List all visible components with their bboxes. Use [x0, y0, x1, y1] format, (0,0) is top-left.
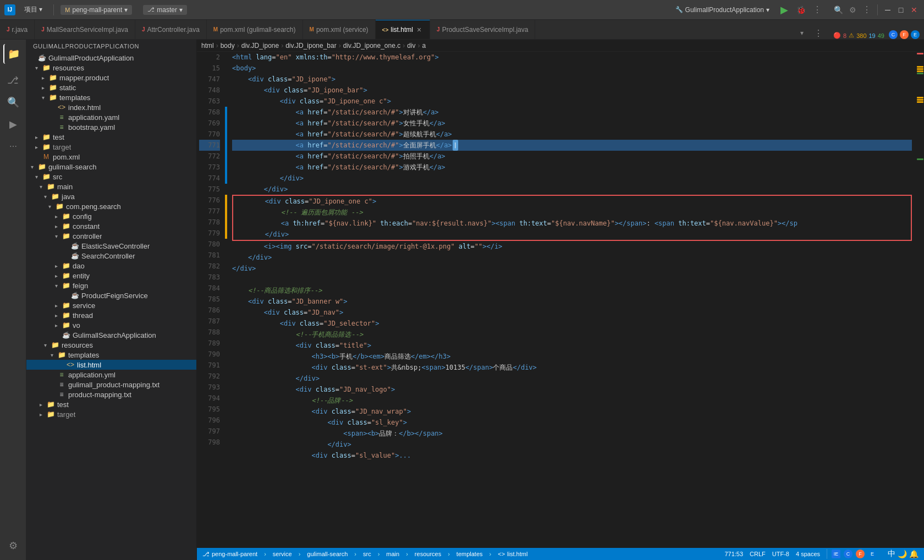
bc-div[interactable]: div	[407, 42, 415, 50]
status-templates[interactable]: templates	[457, 551, 483, 557]
status-branch[interactable]: ⎇ peng-mall-parent	[202, 551, 257, 558]
run-app-selector[interactable]: 🔧 GulimallProductApplication ▾	[671, 5, 774, 15]
tab-r-java[interactable]: J r.java	[0, 20, 35, 39]
status-line-col[interactable]: 771:53	[724, 549, 743, 559]
firefox-status-icon[interactable]: F	[856, 550, 865, 558]
tree-item-src[interactable]: ▾ 📁 src	[26, 172, 196, 182]
tab-attrcontroller[interactable]: J AttrController.java	[135, 20, 207, 39]
tree-item-resources[interactable]: ▾ 📁 resources	[26, 63, 196, 73]
tree-item-bootstrap-yaml[interactable]: ≡ bootstrap.yaml	[26, 122, 196, 132]
tree-item-static[interactable]: ▸ 📁 static	[26, 83, 196, 92]
status-encoding[interactable]: UTF-8	[772, 549, 789, 559]
tree-item-templates[interactable]: ▾ 📁 templates	[26, 92, 196, 102]
bc-divJD_ipone_one_c[interactable]: div.JD_ipone_one.c	[343, 42, 401, 50]
status-service[interactable]: service	[273, 551, 292, 557]
status-file[interactable]: <> list.html	[498, 551, 527, 557]
tab-list-html[interactable]: <> list.html ×	[376, 20, 431, 39]
status-crlf[interactable]: CRLF	[750, 549, 766, 559]
debug-act-button[interactable]: ⋯	[3, 136, 23, 156]
run-button[interactable]: ▶	[778, 4, 790, 16]
tab-mallsearchserviceimpl[interactable]: J MallSearchServiceImpl.java	[35, 20, 135, 39]
search-button[interactable]: 🔍	[832, 4, 844, 16]
tree-item-pom[interactable]: M pom.xml	[26, 152, 196, 162]
tree-item-product-mapping2[interactable]: ≡ product-mapping.txt	[26, 389, 196, 399]
tag-gt: >	[399, 107, 403, 118]
tree-item-target[interactable]: ▸ 📁 target	[26, 142, 196, 152]
tab-productsaveserviceimpl[interactable]: J ProductSaveServiceImpl.java	[430, 20, 535, 39]
project-selector[interactable]: M peng-mall-parent ▾	[61, 5, 132, 15]
settings-button[interactable]: ⚙	[846, 4, 859, 16]
tab-more-button[interactable]: ⋮	[812, 27, 824, 39]
debug-button[interactable]: 🐞	[795, 4, 807, 16]
branch-selector[interactable]: ⎇ master ▾	[143, 5, 187, 15]
tree-item-service[interactable]: ▸ 📁 service	[26, 300, 196, 310]
moon-icon[interactable]: 🌙	[898, 550, 907, 558]
run-act-button[interactable]: ▶	[3, 114, 23, 134]
bc-html[interactable]: html	[201, 42, 214, 50]
status-indent[interactable]: 4 spaces	[796, 549, 820, 559]
chrome-icon[interactable]: C	[889, 30, 898, 39]
tree-item-productfeignservice[interactable]: ☕ ProductFeignService	[26, 290, 196, 300]
tree-item-mapper[interactable]: ▸ 📁 mapper.product	[26, 73, 196, 83]
edge-icon[interactable]: E	[911, 30, 920, 39]
more-run-options[interactable]: ⋮	[811, 4, 823, 16]
maximize-button[interactable]: □	[895, 4, 906, 15]
tree-item-controller[interactable]: ▾ 📁 controller	[26, 231, 196, 241]
tree-item-index-html[interactable]: <> index.html	[26, 102, 196, 112]
status-bar: ⎇ peng-mall-parent › service › gulimall-…	[197, 548, 924, 560]
tree-item-constant[interactable]: ▸ 📁 constant	[26, 221, 196, 231]
more-options[interactable]: ⋮	[861, 4, 873, 16]
bc-body[interactable]: body	[221, 42, 235, 50]
tree-item-com-peng-search[interactable]: ▾ 📁 com.peng.search	[26, 201, 196, 211]
edge-status-icon[interactable]: E	[868, 550, 877, 558]
tree-item-test[interactable]: ▸ 📁 test	[26, 132, 196, 142]
chinese-indicator[interactable]: 中	[888, 549, 895, 559]
tree-item-gulimallproductapp[interactable]: ☕ GulimallProductApplication	[26, 53, 196, 63]
tree-item-gulimall-search[interactable]: ▾ 📁 gulimall-search	[26, 162, 196, 172]
tree-item-vo[interactable]: ▸ 📁 vo	[26, 320, 196, 330]
tree-item-resources2[interactable]: ▾ 📁 resources	[26, 340, 196, 350]
tree-item-gulimallsearchapp[interactable]: ☕ GulimallSearchApplication	[26, 330, 196, 340]
settings-act-button[interactable]: ⚙	[3, 536, 23, 556]
tree-item-main[interactable]: ▾ 📁 main	[26, 182, 196, 191]
minimize-button[interactable]: ─	[882, 4, 893, 15]
tab-close-button[interactable]: ×	[415, 25, 423, 34]
tree-item-elasticsavecontroller[interactable]: ☕ ElasticSaveController	[26, 241, 196, 251]
bc-divJD_ipone[interactable]: div.JD_ipone	[241, 42, 279, 50]
tree-item-target2[interactable]: ▸ 📁 target	[26, 409, 196, 419]
status-gulimall-search[interactable]: gulimall-search	[307, 551, 348, 557]
tree-item-application-yml[interactable]: ≡ application.yml	[26, 370, 196, 380]
menu-item-project[interactable]: 项目 ▾	[20, 4, 47, 15]
tree-item-application-yaml[interactable]: ≡ application.yaml	[26, 112, 196, 122]
status-resources[interactable]: resources	[415, 551, 441, 557]
tree-item-java[interactable]: ▾ 📁 java	[26, 191, 196, 201]
tree-item-config[interactable]: ▸ 📁 config	[26, 211, 196, 221]
expand-arrow: ▾	[48, 204, 55, 210]
code-editor[interactable]: <html lang="en" xmlns:th="http://www.thy…	[228, 52, 916, 548]
tree-item-searchcontroller[interactable]: ☕ SearchController	[26, 251, 196, 261]
firefox-icon[interactable]: F	[900, 30, 909, 39]
tree-item-entity[interactable]: ▸ 📁 entity	[26, 271, 196, 281]
tree-item-thread[interactable]: ▸ 📁 thread	[26, 310, 196, 320]
tab-pom-service[interactable]: M pom.xml (service)	[303, 20, 376, 39]
tab-pom-search[interactable]: M pom.xml (gulimall-search)	[207, 20, 303, 39]
tree-item-test2[interactable]: ▸ 📁 test	[26, 399, 196, 409]
chrome-status-icon[interactable]: C	[844, 550, 853, 558]
bc-a[interactable]: a	[422, 42, 426, 50]
tab-list-button[interactable]: ▾	[796, 27, 808, 39]
search-act-button[interactable]: 🔍	[3, 92, 23, 112]
status-main[interactable]: main	[386, 551, 399, 557]
tree-item-templates2[interactable]: ▾ 📁 templates	[26, 350, 196, 360]
git-button[interactable]: ⎇	[3, 70, 23, 90]
explorer-button[interactable]: 📁	[3, 44, 23, 64]
bc-divJD_ipone_bar[interactable]: div.JD_ipone_bar	[285, 42, 337, 50]
status-src[interactable]: src	[363, 551, 371, 557]
folder-icon: 📁	[48, 93, 57, 102]
notification-icon[interactable]: 🔔	[909, 550, 919, 558]
tree-item-list-html[interactable]: <> list.html	[26, 360, 196, 370]
ie-icon[interactable]: IE	[832, 550, 840, 558]
close-button[interactable]: ✕	[909, 4, 920, 15]
tree-item-feign[interactable]: ▾ 📁 feign	[26, 281, 196, 290]
tree-item-product-mapping[interactable]: ≡ gulimall_product-mapping.txt	[26, 380, 196, 389]
tree-item-dao[interactable]: ▸ 📁 dao	[26, 261, 196, 271]
